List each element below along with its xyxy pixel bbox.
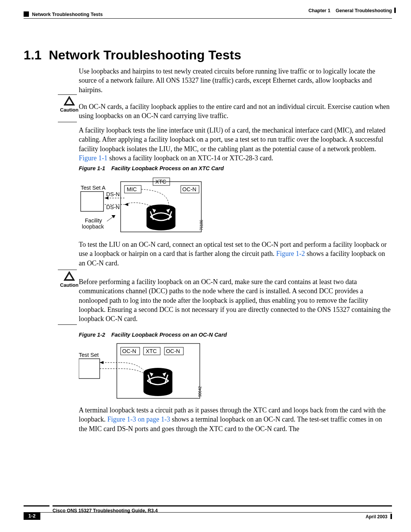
warning-icon	[64, 271, 75, 281]
figure-1-1-caption: Figure 1-1 Facility Loopback Process on …	[79, 165, 392, 173]
figure-1-2-diagram: Test Set OC-N XTC OC-N 90642	[79, 340, 231, 401]
figure-1-2-link[interactable]: Figure 1-2	[276, 250, 305, 257]
footer-page-number: 1-2	[24, 512, 40, 520]
heading-number: 1.1	[24, 48, 41, 62]
caution-2-text: Before performing a facility loopback on…	[79, 277, 392, 323]
figure-1-1-diagram: Test Set A MIC XTC OC-N DS-N DS-N	[79, 173, 231, 234]
heading-title: Network Troubleshooting Tests	[49, 48, 241, 62]
svg-point-9	[147, 221, 175, 230]
svg-marker-19	[124, 203, 128, 206]
d1-loopback-label: loopback	[82, 224, 104, 230]
d1-ocn-label: OC-N	[182, 186, 196, 192]
d1-dsn2-label: DS-N	[106, 204, 119, 210]
caution-label-2: Caution	[58, 282, 81, 289]
d1-facility-label: Facility	[85, 217, 102, 224]
d1-dsn1-label: DS-N	[106, 191, 119, 197]
d2-test-set-label: Test Set	[79, 352, 99, 358]
figure-1-1-title: Facility Loopback Process on an XTC Card	[111, 165, 224, 171]
ocn-paragraph: To test the LIU on an OC-N card, connect…	[79, 240, 392, 268]
figure-1-2-caption: Figure 1-2 Facility Loopback Process on …	[79, 331, 392, 339]
d2-ocn2-label: OC-N	[166, 348, 180, 354]
header-chapter: Chapter 1 General Troubleshooting	[309, 8, 392, 14]
page-header: Network Troubleshooting Tests Chapter 1 …	[24, 11, 392, 27]
footer-topbar	[24, 505, 392, 506]
caution-block-1: Caution	[58, 96, 81, 113]
footer-right-marker	[390, 514, 392, 519]
facility-text-b: shows a facility loopback on an XTC-14 o…	[108, 154, 273, 162]
svg-marker-35	[100, 361, 104, 364]
header-chapter-title: General Troubleshooting	[336, 8, 392, 13]
svg-rect-22	[79, 359, 100, 379]
svg-rect-2	[81, 192, 104, 211]
footer-date: April 2003	[366, 514, 387, 520]
caution-1-text: On OC-N cards, a facility loopback appli…	[79, 102, 392, 121]
caution-rule-bottom-1	[58, 122, 77, 122]
header-chapter-label: Chapter 1	[309, 8, 331, 13]
terminal-paragraph: A terminal loopback tests a circuit path…	[79, 406, 392, 433]
d1-test-set-label: Test Set A	[81, 185, 106, 191]
warning-icon	[64, 96, 75, 106]
d2-ocn1-label: OC-N	[122, 348, 136, 354]
section-heading: 1.1 Network Troubleshooting Tests	[24, 46, 241, 64]
d2-id: 90642	[198, 386, 202, 397]
header-left-marker	[24, 11, 29, 17]
intro-paragraph: Use loopbacks and hairpins to test newly…	[79, 67, 392, 94]
caution-block-2: Caution	[58, 271, 81, 289]
header-section-title: Network Troubleshooting Tests	[32, 11, 103, 18]
d1-xtc-label: XTC	[155, 179, 166, 185]
figure-1-2-title: Facility Loopback Process on an OC-N Car…	[111, 332, 227, 338]
caution-rule-top-2	[58, 270, 77, 270]
caution-rule-bottom-2	[58, 324, 77, 325]
figure-1-2-label: Figure 1-2	[79, 332, 105, 338]
footer-guide-title: Cisco ONS 15327 Troubleshooting Guide, R…	[53, 508, 158, 514]
figure-1-3-link[interactable]: Figure 1-3 on page 1-3	[107, 415, 170, 423]
figure-1-1-link[interactable]: Figure 1-1	[79, 154, 108, 162]
facility-paragraph: A facility loopback tests the line inter…	[79, 126, 392, 163]
d2-xtc-label: XTC	[146, 348, 157, 354]
d1-mic-label: MIC	[127, 186, 137, 192]
footer-topbar-gap	[49, 505, 53, 506]
footer-underline	[40, 512, 392, 513]
caution-rule-top-1	[58, 94, 77, 95]
svg-point-29	[143, 387, 172, 396]
d1-id: 76186	[199, 220, 204, 230]
header-rule	[24, 18, 392, 19]
caution-label-1: Caution	[58, 107, 81, 113]
facility-text-a: A facility loopback tests the line inter…	[79, 126, 386, 153]
page-footer: Cisco ONS 15327 Troubleshooting Guide, R…	[24, 505, 392, 521]
header-right-marker	[394, 8, 396, 13]
figure-1-1-label: Figure 1-1	[79, 165, 105, 171]
